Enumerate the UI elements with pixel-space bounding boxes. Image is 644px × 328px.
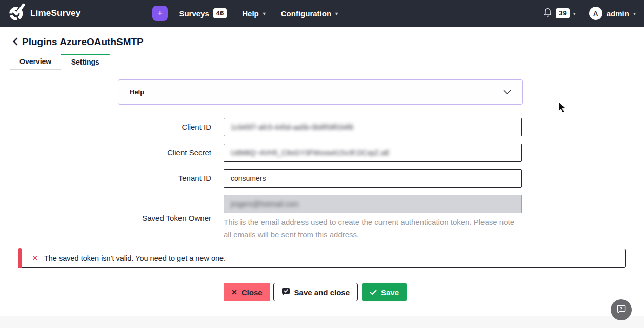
alert-message: The saved token isn't valid. You need to…: [44, 254, 226, 262]
client-id-input[interactable]: 1c945f7-afc5-445d-aa5b-0b9f59f034f8: [224, 118, 522, 136]
user-menu-dropdown[interactable]: A admin ▾: [589, 7, 636, 20]
limesurvey-app: LimeSurvey + Surveys 46 Help ▾ Configura…: [0, 0, 644, 308]
surveys-label: Surveys: [179, 9, 209, 18]
user-avatar: A: [589, 7, 602, 20]
saved-token-owner-help-text: This is the email address used to create…: [224, 216, 522, 241]
caret-down-icon: ▾: [633, 11, 636, 16]
back-button[interactable]: [12, 37, 18, 47]
close-label: Close: [242, 288, 263, 297]
svg-text:?: ?: [620, 306, 623, 311]
tab-overview[interactable]: Overview: [10, 54, 61, 70]
form-row-client-id: Client ID 1c945f7-afc5-445d-aa5b-0b9f59f…: [0, 118, 644, 136]
help-label: Help: [242, 9, 259, 18]
alert-accent-bar: [18, 248, 22, 268]
help-accordion-toggle[interactable]: Help: [118, 79, 523, 105]
save-button[interactable]: Save: [362, 283, 407, 301]
chevron-left-icon: [12, 37, 18, 47]
close-button[interactable]: ✕ Close: [224, 283, 270, 301]
form-row-client-secret: Client Secret UdM8Q~4VH5_C8xGY3FWxxw41Sv…: [0, 144, 644, 162]
navbar-right: 39 ▾ A admin ▾: [542, 5, 636, 22]
saved-token-owner-input: jrogers@hotmail.com: [224, 195, 522, 213]
tenant-id-label: Tenant ID: [0, 169, 224, 188]
caret-down-icon: ▾: [573, 11, 576, 16]
save-and-close-icon: [281, 288, 290, 297]
navbar-main-menu: + Surveys 46 Help ▾ Configuration ▾: [152, 5, 342, 22]
client-secret-value: UdM8Q~4VH5_C8xGY3FWxxw41Sv3f.DCxpZ.aE: [231, 149, 390, 157]
save-and-close-button[interactable]: Save and close: [273, 283, 358, 301]
notifications-count-badge: 39: [556, 8, 569, 18]
check-icon: [370, 288, 377, 297]
nav-surveys[interactable]: Surveys 46: [175, 5, 231, 22]
top-navbar: LimeSurvey + Surveys 46 Help ▾ Configura…: [0, 0, 644, 27]
client-id-value: 1c945f7-afc5-445d-aa5b-0b9f59f034f8: [231, 123, 353, 131]
create-survey-button[interactable]: +: [152, 6, 168, 21]
form-row-saved-token-owner: Saved Token Owner jrogers@hotmail.com Th…: [0, 195, 644, 241]
chevron-down-icon: [503, 88, 511, 97]
nav-configuration-dropdown[interactable]: Configuration ▾: [277, 6, 342, 21]
close-x-icon: ✕: [231, 288, 237, 296]
saved-token-owner-label: Saved Token Owner: [0, 214, 224, 222]
brand-name: LimeSurvey: [30, 8, 80, 18]
client-secret-input[interactable]: UdM8Q~4VH5_C8xGY3FWxxw41Sv3f.DCxpZ.aE: [224, 144, 522, 162]
save-label: Save: [381, 288, 399, 297]
support-chat-button[interactable]: ?: [611, 299, 632, 320]
tenant-id-input[interactable]: [224, 169, 522, 188]
form-row-tenant-id: Tenant ID: [0, 169, 644, 188]
plugin-tabs: Overview Settings: [10, 54, 644, 70]
saved-token-owner-value: jrogers@hotmail.com: [231, 200, 298, 208]
page-title: Plugins AzureOAuthSMTP: [22, 36, 144, 48]
plus-icon: +: [157, 6, 163, 20]
client-id-label: Client ID: [0, 118, 224, 136]
limesurvey-logo-icon: [8, 3, 26, 24]
page-header: Plugins AzureOAuthSMTP: [0, 27, 644, 54]
configuration-label: Configuration: [281, 9, 331, 18]
client-secret-label: Client Secret: [0, 144, 224, 162]
plugin-settings-form: Client ID 1c945f7-afc5-445d-aa5b-0b9f59f…: [0, 118, 644, 241]
page-footer-strip: [0, 316, 644, 328]
notifications-dropdown[interactable]: 39 ▾: [542, 5, 577, 22]
bell-icon: [543, 7, 552, 19]
settings-panel: Help Client ID 1c945f7-afc5-445d-aa5b-0b…: [0, 79, 644, 308]
username-label: admin: [607, 9, 629, 18]
save-and-close-label: Save and close: [294, 288, 350, 297]
limesurvey-brand[interactable]: LimeSurvey: [8, 3, 80, 24]
caret-down-icon: ▾: [335, 11, 338, 16]
error-x-icon: ✕: [32, 254, 38, 262]
nav-help-dropdown[interactable]: Help ▾: [238, 6, 270, 21]
token-invalid-alert: ✕ The saved token isn't valid. You need …: [18, 249, 626, 268]
help-accordion-label: Help: [130, 88, 144, 96]
form-actions: ✕ Close Save and close Save: [224, 283, 644, 301]
surveys-count-badge: 46: [213, 8, 227, 18]
caret-down-icon: ▾: [263, 11, 266, 16]
chat-question-icon: ?: [616, 304, 626, 316]
tab-settings[interactable]: Settings: [61, 54, 110, 70]
